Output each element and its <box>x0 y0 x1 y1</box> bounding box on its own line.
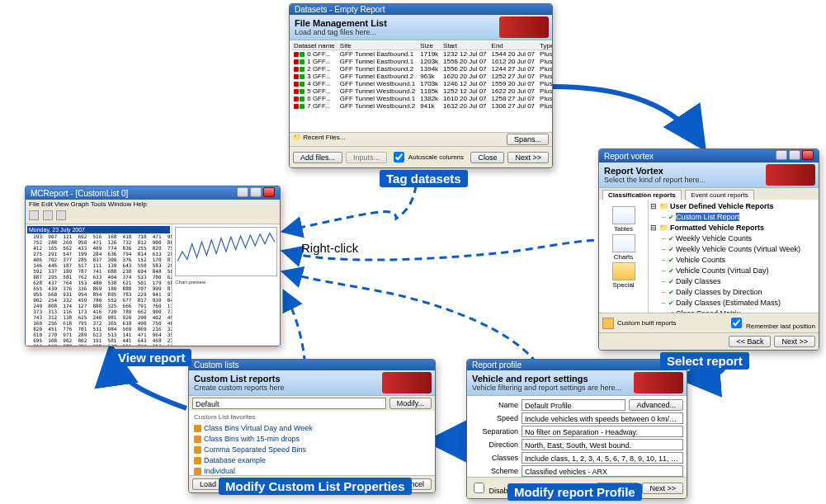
charts-label: Charts <box>599 253 648 261</box>
header-decor-icon <box>634 372 683 393</box>
tree-item[interactable]: ✔Daily Classes by Direction <box>662 287 817 298</box>
header-decor-icon <box>499 16 549 38</box>
favorites-list[interactable]: Class Bins Virtual Day and WeekClass Bin… <box>191 422 433 475</box>
back-button[interactable]: << Back <box>729 336 771 347</box>
caption-view-report: View report <box>111 349 191 366</box>
table-row[interactable]: 1 GFF...GFF Tunnel Eastbound.11203k1558 … <box>291 58 552 65</box>
recent-files-bar[interactable]: 📁 Recent Files... Spans... <box>290 132 552 146</box>
remember-checkbox[interactable]: Remember last position <box>728 315 815 331</box>
caption-modify-custom: Modify Custom List Properties <box>219 478 412 495</box>
list-item[interactable]: Database example <box>194 455 430 466</box>
table-row[interactable]: 4 GFF...GFF Tunnel Westbound.11703k1246 … <box>291 80 552 87</box>
datasets-header-title: File Management List <box>295 18 387 28</box>
caption-modify-profile: Modify report Profile <box>507 483 642 501</box>
vortex-body: Tables Charts Special ⊟ 📁 User Defined V… <box>599 200 819 313</box>
header-decor-icon <box>382 372 432 393</box>
custom-titlebar: Custom lists <box>189 360 435 370</box>
custom-reports-label: Custom built reports <box>617 319 677 327</box>
report-titlebar: MCReport - [CustomList 0] <box>26 186 280 200</box>
report-content: Monday, 23 July 2007 293 907 121 692 516… <box>26 224 280 346</box>
add-files-button[interactable]: Add files... <box>293 152 342 163</box>
col-header[interactable]: Dataset name <box>291 42 337 50</box>
list-item[interactable]: Class Bins with 15-min drops <box>194 434 430 445</box>
report-table-pane[interactable]: Monday, 23 July 2007 293 907 121 692 516… <box>26 224 172 346</box>
tree-item[interactable]: ✔Weekly Vehicle Counts <box>662 233 817 244</box>
profile-header-title: Vehicle and report settings <box>472 374 588 384</box>
autoscale-checkbox[interactable]: Autoscale columns <box>390 149 464 165</box>
profile-titlebar: Report profile <box>467 360 687 370</box>
col-header[interactable]: End <box>489 42 538 50</box>
tree-item[interactable]: ✔Vehicle Counts <box>662 255 817 266</box>
speed-input[interactable]: Include vehicles with speeds between 0 k… <box>522 412 683 424</box>
report-toolbar[interactable] <box>26 209 280 224</box>
separation-input[interactable]: No filter on Separation - Headway. <box>522 426 683 437</box>
right-click-label: Right-click <box>301 241 358 255</box>
report-date-header: Monday, 23 July 2007 <box>27 226 170 233</box>
vortex-header: Report Vortex Select the kind of report … <box>599 163 819 188</box>
next-button[interactable]: Next >> <box>642 483 683 494</box>
datasets-title: Datasets - Empty Report <box>295 5 385 14</box>
name-input[interactable]: Default Profile <box>522 399 625 411</box>
tab-classification[interactable]: Classification reports <box>602 190 682 200</box>
special-icon[interactable] <box>612 262 635 280</box>
datasets-header: File Management List Load and tag files … <box>290 15 552 40</box>
datasets-body: Dataset nameSiteSizeStartEndTypeDescript… <box>290 40 552 132</box>
custom-header: Custom List reports Create custom report… <box>189 370 435 396</box>
report-menubar[interactable]: File Edit View Graph Tools Window Help <box>26 200 280 209</box>
vortex-footer: << Back Next >> <box>599 332 819 350</box>
custom-body: Custom List favorites Class Bins Virtual… <box>189 411 435 475</box>
table-row[interactable]: 5 GFF...GFF Tunnel Westbound.21185k1252 … <box>291 87 552 95</box>
tables-label: Tables <box>599 225 648 233</box>
preset-dropdown[interactable]: Default <box>192 398 386 409</box>
charts-icon[interactable] <box>612 234 635 252</box>
vortex-window: Report vortex Report Vortex Select the k… <box>598 148 819 351</box>
col-header[interactable]: Type <box>537 42 552 50</box>
report-legend: Chart preview <box>175 280 277 285</box>
table-row[interactable]: 7 GFF...GFF Tunnel Westbound.2941k1632 2… <box>291 102 552 110</box>
tree-item[interactable]: ✔Daily Classes <box>662 276 817 287</box>
window-controls[interactable] <box>774 150 814 162</box>
col-header[interactable]: Start <box>441 42 489 50</box>
report-chart <box>175 227 277 276</box>
classes-input[interactable]: Include class, 1, 2, 3, 4, 5, 6, 7, 8, 9… <box>522 452 683 464</box>
advanced-button[interactable]: Advanced... <box>629 399 683 411</box>
scheme-input[interactable]: Classified vehicles - ARX <box>522 465 683 477</box>
next-button[interactable]: Next >> <box>774 336 815 347</box>
col-header[interactable]: Site <box>337 42 418 50</box>
profile-window: Report profile Vehicle and report settin… <box>466 359 687 499</box>
table-row[interactable]: 2 GFF...GFF Tunnel Eastbound.21394k1556 … <box>291 65 552 73</box>
list-item[interactable]: Individual <box>194 466 430 475</box>
close-button[interactable]: Close <box>470 152 504 163</box>
direction-input[interactable]: North, East, South, West bound. <box>522 439 683 450</box>
table-row[interactable]: 3 GFF...GFF Tunnel Eastbound.2963k1620 2… <box>291 73 552 80</box>
report-window: MCReport - [CustomList 0] File Edit View… <box>25 186 281 346</box>
tree-selected-item[interactable]: Custom List Report <box>676 213 739 221</box>
list-item[interactable]: Comma Separated Speed Bins <box>194 445 430 455</box>
spans-button[interactable]: Spans... <box>507 134 549 145</box>
profile-body: NameDefault ProfileAdvanced... SpeedIncl… <box>467 396 687 477</box>
tree-item[interactable]: ✔Weekly Vehicle Counts (Virtual Week) <box>662 244 817 255</box>
list-item[interactable]: Class Bins Virtual Day and Week <box>194 423 430 434</box>
col-header[interactable]: Size <box>418 42 441 50</box>
tab-event-count[interactable]: Event count reports <box>685 190 753 200</box>
vortex-titlebar: Report vortex <box>599 149 819 163</box>
datasets-titlebar: Datasets - Empty Report <box>290 4 552 15</box>
tree-item[interactable]: ✔Vehicle Counts (Virtual Day) <box>662 266 817 276</box>
profile-header: Vehicle and report settings Vehicle filt… <box>467 370 687 396</box>
datasets-table[interactable]: Dataset nameSiteSizeStartEndTypeDescript… <box>291 42 552 110</box>
vortex-tabs: Classification reports Event count repor… <box>599 188 819 200</box>
table-row[interactable]: 0 GFF...GFF Tunnel Eastbound.11719k1232 … <box>291 50 552 59</box>
caption-select-report: Select report <box>660 352 749 370</box>
modify-button[interactable]: Modify... <box>389 398 432 409</box>
tree-item[interactable]: ✔Daily Classes (Estimated Mass) <box>662 298 817 309</box>
header-decor-icon <box>766 164 815 186</box>
vortex-sidebar: Tables Charts Special <box>599 200 649 313</box>
next-button[interactable]: Next >> <box>507 152 549 163</box>
custom-window: Custom lists Custom List reports Create … <box>188 359 436 493</box>
tables-icon[interactable] <box>612 206 635 224</box>
datasets-window: Datasets - Empty Report File Management … <box>289 3 553 168</box>
report-tree[interactable]: ⊟ 📁 User Defined Vehicle Reports ✔Custom… <box>649 200 819 313</box>
window-controls[interactable] <box>235 187 275 199</box>
vortex-status: Custom built reports Remember last posit… <box>599 313 819 332</box>
table-row[interactable]: 6 GFF...GFF Tunnel Westbound.11382k1610 … <box>291 95 552 102</box>
